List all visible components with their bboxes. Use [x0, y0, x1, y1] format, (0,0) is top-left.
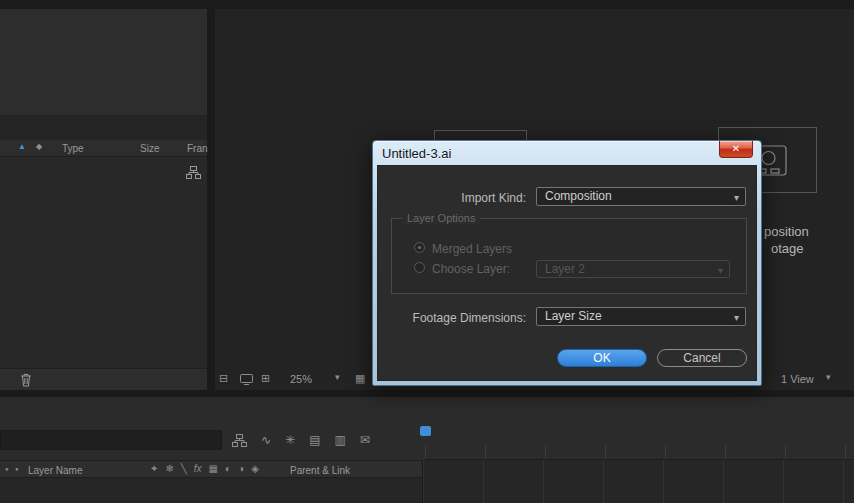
merged-layers-radio[interactable]: [414, 242, 425, 253]
composition-flowchart-icon: [186, 166, 201, 179]
cancel-button[interactable]: Cancel: [657, 349, 747, 367]
after-effects-window: { "dialog": { "title": "Untitled-3.ai", …: [0, 0, 854, 503]
project-columns-header: ▲ ◆ Type Size Fran: [0, 140, 207, 157]
app-top-strip: [0, 0, 854, 9]
import-kind-label: Import Kind:: [378, 191, 526, 205]
zoom-level-dropdown[interactable]: 25%: [290, 373, 312, 385]
dual-view-icon[interactable]: ⊞: [261, 373, 270, 384]
dialog-body: Import Kind: Composition ▾ Layer Options…: [377, 165, 757, 381]
column-header-size[interactable]: Size: [140, 143, 159, 154]
column-layer-name[interactable]: Layer Name: [28, 465, 82, 476]
footage-dimensions-label: Footage Dimensions:: [378, 311, 526, 325]
choose-layer-value: Layer 2: [545, 262, 585, 276]
comp-mini-flowchart-icon[interactable]: [232, 434, 247, 447]
chevron-down-icon: ▾: [734, 189, 739, 206]
quality-icon[interactable]: ╲: [181, 464, 187, 474]
timeline-search-field[interactable]: [0, 430, 222, 450]
av-features-icon[interactable]: ●: [5, 466, 9, 472]
zoom-chevron-icon[interactable]: ▾: [335, 373, 340, 382]
choose-layer-label: Choose Layer:: [432, 262, 510, 276]
transfer-controls-icon[interactable]: ▥: [334, 434, 345, 446]
project-panel-divider: [0, 115, 207, 140]
import-kind-dropdown[interactable]: Composition ▾: [536, 187, 746, 206]
timeline-ruler[interactable]: [425, 445, 854, 460]
view-layout-dropdown[interactable]: 1 View: [781, 373, 814, 385]
column-header-type[interactable]: Type: [62, 143, 84, 154]
cube-3d-icon[interactable]: ◈: [251, 464, 259, 474]
timeline-columns-header: ● ● Layer Name ✦ ❄ ╲ fx ▦ ◐ ◑ ◈ Parent &…: [0, 460, 422, 478]
tag-icon[interactable]: ◆: [36, 143, 42, 151]
grid-guides-icon[interactable]: ▦: [355, 373, 365, 384]
panel-options-icon[interactable]: ⊟: [219, 373, 228, 384]
layer-switches-columns: ✦ ❄ ╲ fx ▦ ◐ ◑ ◈: [150, 464, 259, 474]
fx-icon[interactable]: fx: [194, 464, 202, 474]
ok-button[interactable]: OK: [557, 349, 647, 367]
chevron-down-icon: ▾: [734, 309, 739, 326]
footage-option-label: otage: [771, 241, 804, 256]
project-items-list[interactable]: [0, 157, 207, 368]
merged-layers-label: Merged Layers: [432, 242, 512, 256]
import-dialog: Untitled-3.ai ✕ Import Kind: Composition…: [372, 140, 762, 386]
trash-icon[interactable]: [20, 373, 32, 387]
label-color-icon[interactable]: ●: [15, 466, 19, 472]
sort-ascending-icon[interactable]: ▲: [18, 143, 26, 151]
timeline-track-area[interactable]: [422, 460, 854, 503]
adjustment-layer-icon[interactable]: ◑: [238, 464, 244, 474]
composition-option-label: position: [764, 224, 809, 239]
view-layout-chevron-icon[interactable]: ▾: [826, 373, 831, 382]
import-kind-value: Composition: [545, 189, 612, 203]
project-preview-area: [0, 9, 207, 115]
close-button[interactable]: ✕: [719, 141, 753, 158]
timeline-panel: ∿ ✳ ▤ ▥ ✉ ● ● Layer Name ✦ ❄ ╲ fx ▦ ◐ ◑ …: [0, 397, 854, 503]
choose-layer-dropdown[interactable]: Layer 2 ▾: [536, 260, 730, 278]
project-panel: ▲ ◆ Type Size Fran: [0, 9, 207, 390]
layer-switches-icon[interactable]: ▤: [309, 434, 320, 446]
current-time-indicator[interactable]: [420, 426, 431, 436]
shy-icon[interactable]: ✦: [150, 464, 158, 474]
graph-editor-icon[interactable]: ∿: [261, 434, 271, 446]
monitor-icon[interactable]: [240, 374, 253, 385]
column-header-frame[interactable]: Fran: [187, 143, 208, 154]
chevron-down-icon: ▾: [718, 262, 723, 279]
render-queue-icon[interactable]: ✉: [360, 434, 370, 446]
timeline-layer-rows[interactable]: [0, 478, 422, 503]
frame-blend-icon[interactable]: ❄: [165, 464, 173, 474]
motion-blur-icon[interactable]: ◐: [225, 464, 231, 474]
footage-dimensions-value: Layer Size: [545, 309, 602, 323]
column-parent-link[interactable]: Parent & Link: [290, 465, 350, 476]
layer-options-group: Layer Options Merged Layers Choose Layer…: [391, 218, 747, 294]
frame-blending-icon[interactable]: ▦: [209, 464, 218, 474]
timeline-toolbar: ∿ ✳ ▤ ▥ ✉: [232, 432, 370, 448]
dialog-title: Untitled-3.ai: [382, 146, 451, 161]
layer-options-label: Layer Options: [402, 212, 480, 224]
choose-layer-radio[interactable]: [414, 262, 425, 273]
draft-3d-icon[interactable]: ✳: [285, 434, 295, 446]
project-panel-footer: [0, 368, 207, 390]
footage-dimensions-dropdown[interactable]: Layer Size ▾: [536, 307, 746, 326]
